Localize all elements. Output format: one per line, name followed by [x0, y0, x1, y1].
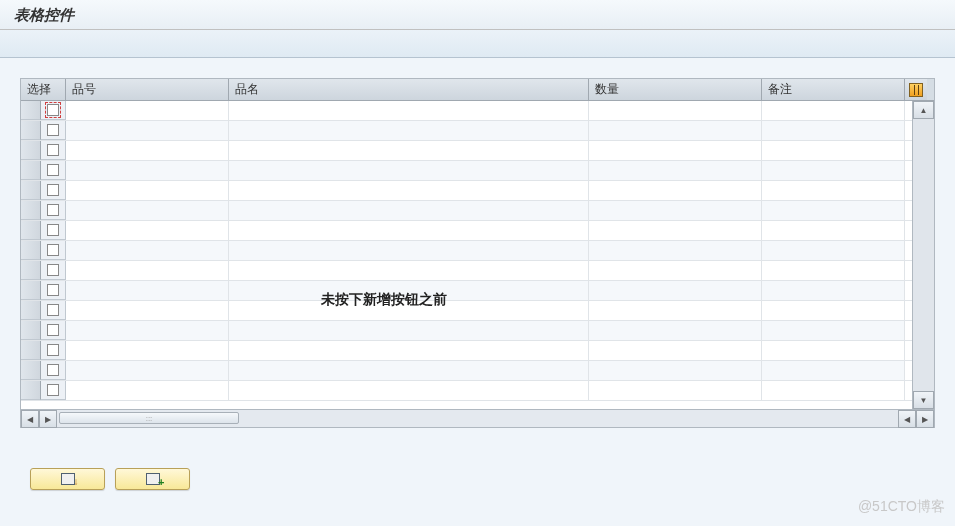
select-cell[interactable]	[41, 281, 66, 300]
row-handle[interactable]	[21, 141, 41, 160]
select-cell[interactable]	[41, 181, 66, 200]
table-row[interactable]	[21, 161, 912, 181]
cell[interactable]	[589, 241, 762, 260]
row-handle[interactable]	[21, 261, 41, 280]
cell[interactable]	[762, 121, 905, 140]
scroll-track[interactable]	[913, 119, 934, 391]
cell[interactable]	[762, 321, 905, 340]
select-cell[interactable]	[41, 381, 66, 400]
cell[interactable]	[762, 361, 905, 380]
cell[interactable]	[66, 181, 229, 200]
cell[interactable]	[66, 341, 229, 360]
table-row[interactable]	[21, 281, 912, 301]
checkbox[interactable]	[47, 104, 59, 116]
horizontal-scrollbar[interactable]: ◀ ▶ ::: ◀ ▶	[21, 409, 934, 427]
table-row[interactable]	[21, 241, 912, 261]
cell[interactable]	[229, 261, 589, 280]
cell[interactable]	[66, 301, 229, 320]
row-handle[interactable]	[21, 341, 41, 360]
column-header-qty[interactable]: 数量	[589, 79, 762, 100]
cell[interactable]	[589, 361, 762, 380]
scroll-left-button[interactable]: ◀	[21, 410, 39, 428]
checkbox[interactable]	[47, 364, 59, 376]
cell[interactable]	[589, 341, 762, 360]
cell[interactable]	[589, 201, 762, 220]
table-row[interactable]	[21, 141, 912, 161]
select-cell[interactable]	[41, 321, 66, 340]
checkbox[interactable]	[47, 144, 59, 156]
select-cell[interactable]	[41, 141, 66, 160]
refresh-button[interactable]	[30, 468, 105, 490]
add-row-button[interactable]	[115, 468, 190, 490]
select-cell[interactable]	[41, 301, 66, 320]
cell[interactable]	[229, 361, 589, 380]
select-cell[interactable]	[41, 341, 66, 360]
checkbox[interactable]	[47, 264, 59, 276]
scroll-up-button[interactable]: ▲	[913, 101, 934, 119]
checkbox[interactable]	[47, 344, 59, 356]
column-header-itemno[interactable]: 品号	[66, 79, 229, 100]
cell[interactable]	[589, 161, 762, 180]
table-row[interactable]	[21, 301, 912, 321]
cell[interactable]	[589, 281, 762, 300]
row-handle[interactable]	[21, 281, 41, 300]
table-row[interactable]	[21, 321, 912, 341]
cell[interactable]	[229, 381, 589, 400]
cell[interactable]	[762, 381, 905, 400]
cell[interactable]	[589, 181, 762, 200]
cell[interactable]	[589, 221, 762, 240]
cell[interactable]	[589, 261, 762, 280]
checkbox[interactable]	[47, 324, 59, 336]
scroll-right2-button[interactable]: ▶	[916, 410, 934, 428]
row-handle[interactable]	[21, 121, 41, 140]
cell[interactable]	[589, 141, 762, 160]
cell[interactable]	[229, 221, 589, 240]
cell[interactable]	[66, 321, 229, 340]
row-handle[interactable]	[21, 361, 41, 380]
row-handle[interactable]	[21, 161, 41, 180]
row-handle[interactable]	[21, 381, 41, 400]
table-row[interactable]	[21, 341, 912, 361]
cell[interactable]	[762, 141, 905, 160]
table-row[interactable]	[21, 381, 912, 401]
cell[interactable]	[66, 121, 229, 140]
checkbox[interactable]	[47, 244, 59, 256]
checkbox[interactable]	[47, 224, 59, 236]
cell[interactable]	[589, 121, 762, 140]
cell[interactable]	[229, 241, 589, 260]
checkbox[interactable]	[47, 204, 59, 216]
select-cell[interactable]	[41, 101, 66, 120]
cell[interactable]	[66, 261, 229, 280]
select-cell[interactable]	[41, 221, 66, 240]
cell[interactable]	[229, 161, 589, 180]
cell[interactable]	[229, 341, 589, 360]
table-row[interactable]	[21, 361, 912, 381]
cell[interactable]	[66, 281, 229, 300]
cell[interactable]	[66, 221, 229, 240]
cell[interactable]	[229, 321, 589, 340]
cell[interactable]	[589, 321, 762, 340]
cell[interactable]	[589, 101, 762, 120]
select-cell[interactable]	[41, 161, 66, 180]
row-handle[interactable]	[21, 241, 41, 260]
table-row[interactable]	[21, 101, 912, 121]
cell[interactable]	[762, 341, 905, 360]
cell[interactable]	[229, 121, 589, 140]
select-cell[interactable]	[41, 201, 66, 220]
row-handle[interactable]	[21, 321, 41, 340]
table-config-button[interactable]	[905, 79, 927, 100]
cell[interactable]	[66, 101, 229, 120]
checkbox[interactable]	[47, 304, 59, 316]
row-handle[interactable]	[21, 101, 41, 120]
cell[interactable]	[762, 161, 905, 180]
row-handle[interactable]	[21, 201, 41, 220]
row-handle[interactable]	[21, 301, 41, 320]
cell[interactable]	[589, 381, 762, 400]
table-row[interactable]	[21, 201, 912, 221]
cell[interactable]	[66, 361, 229, 380]
vertical-scrollbar[interactable]: ▲ ▼	[912, 101, 934, 409]
checkbox[interactable]	[47, 284, 59, 296]
cell[interactable]	[66, 201, 229, 220]
cell[interactable]	[762, 301, 905, 320]
checkbox[interactable]	[47, 184, 59, 196]
